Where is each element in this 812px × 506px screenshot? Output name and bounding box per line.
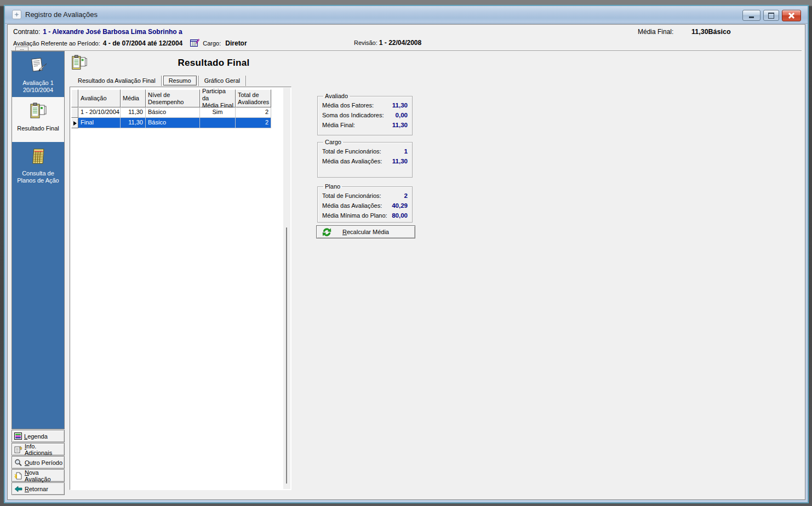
minimize-icon (749, 16, 754, 18)
resultado-final-clipboard-icon (70, 55, 89, 72)
sidebar-item-label: Consulta de (17, 170, 59, 177)
tab-separator (245, 76, 246, 86)
row-selector-cell[interactable] (71, 107, 78, 118)
sidebar-item-consulta-planos[interactable]: Consulta de Planos de Ação (12, 142, 64, 187)
table-row-cell[interactable]: 11,30 (121, 107, 146, 118)
grid-header-nivel[interactable]: Nível deDesempenho (146, 89, 200, 107)
retornar-button[interactable]: Retornar (12, 482, 65, 495)
revisao-line: Revisão: 1 - 22/04/2008 (354, 39, 421, 47)
sidebar-item-label2: 20/10/2004 (22, 87, 54, 94)
cargo-value: Diretor (225, 39, 247, 47)
calendar-edit-icon[interactable] (190, 39, 199, 47)
media-final-nivel: Básico (708, 28, 731, 36)
new-document-icon (14, 472, 22, 480)
tab-grafico-geral[interactable]: Gráfico Geral (199, 76, 245, 85)
stat-value: 11,30 (392, 156, 408, 166)
close-button[interactable] (782, 10, 801, 21)
stat-value: 11,30 (392, 100, 408, 110)
periodo-label: Avaliação Referente ao Período: (13, 40, 100, 47)
table-row-cell[interactable]: Sim (200, 107, 236, 118)
grid-header-media[interactable]: Média (121, 89, 146, 107)
table-row-cell[interactable] (200, 118, 236, 128)
vertical-scrollbar[interactable] (283, 88, 290, 489)
media-final-header: Média Final: 11,30 Básico (638, 28, 731, 36)
back-arrow-icon (14, 486, 22, 492)
app-window: Registro de Avaliações Contrato: 1 - Ale… (4, 5, 808, 503)
sidebar-item-resultado-final[interactable]: Resultado Final (12, 97, 64, 142)
grid-header-total[interactable]: Total deAvaliadores (236, 89, 271, 107)
table-row-cell[interactable]: 2 (236, 107, 271, 118)
results-panel: Avaliação Média Nível deDesempenho Parti… (70, 87, 291, 490)
table-row-cell[interactable]: Básico (146, 118, 200, 128)
desktop-background: Registro de Avaliações Contrato: 1 - Ale… (0, 0, 812, 506)
avaliacao-document-icon (28, 57, 48, 76)
table-row-cell[interactable]: Final (78, 118, 121, 128)
nova-avaliacao-button[interactable]: Nova Avaliação (12, 469, 65, 482)
stat-value: 80,00 (392, 211, 408, 220)
periodo-value: 4 - de 07/2004 até 12/2004 (103, 39, 182, 47)
minimize-button[interactable] (742, 10, 760, 21)
stat-label: Soma dos Indicadores: (322, 110, 384, 120)
stat-value: 40,29 (392, 201, 408, 211)
grid-header-participa[interactable]: Participa daMédia Final (200, 89, 236, 107)
avaliado-groupbox: Avaliado Média dos Fatores:11,30 Soma do… (317, 93, 413, 135)
page-title: Resultado Final (101, 58, 327, 69)
tab-separator (161, 76, 162, 86)
current-row-selector-cell[interactable] (71, 118, 78, 128)
plano-groupbox: Plano Total de Funcionários:2 Média das … (317, 183, 413, 223)
grid-header-avaliacao[interactable]: Avaliação (78, 89, 121, 107)
stat-label: Total de Funcionários: (322, 191, 381, 201)
grid-selector-header (71, 89, 78, 107)
sidebar-item-label: Avaliação 1 (22, 79, 54, 87)
media-final-value: 11,30 (691, 28, 708, 36)
tab-resultado-avaliacao-final[interactable]: Resultado da Avaliação Final (72, 76, 161, 85)
outro-periodo-button[interactable]: Outro Período (12, 456, 65, 469)
recalcular-media-button[interactable]: Recalcular Média (316, 225, 415, 238)
refresh-icon (322, 228, 331, 237)
groupbox-title: Plano (323, 183, 342, 190)
stat-value: 2 (404, 191, 408, 201)
stat-label: Média das Avaliações: (322, 156, 382, 166)
tab-bar: Resultado da Avaliação Final Resumo Gráf… (72, 75, 246, 87)
info-adicionais-button[interactable]: Info. Adicionais (12, 443, 65, 456)
sidebar-buttons: Legenda Info. Adicionais (12, 430, 65, 496)
navigation-sidebar: Avaliação 1 20/10/2004 (12, 51, 65, 429)
stat-label: Média Mínima do Plano: (322, 211, 387, 220)
table-row-cell[interactable]: Básico (146, 107, 200, 118)
stat-label: Média dos Fatores: (322, 100, 374, 110)
window-title: Registro de Avaliações (25, 10, 98, 19)
stat-label: Média Final: (322, 120, 355, 130)
search-period-icon (14, 459, 22, 467)
app-icon (12, 10, 21, 19)
table-row-cell[interactable]: 1 - 20/10/2004 (78, 107, 121, 118)
legend-icon (14, 433, 22, 440)
extra-info-document-icon (14, 446, 22, 453)
groupbox-title: Avaliado (323, 93, 350, 99)
maximize-button[interactable] (763, 10, 779, 21)
contrato-label: Contrato: (13, 28, 40, 36)
revisao-value: 1 - 22/04/2008 (379, 39, 421, 47)
table-row-cell[interactable]: 11,30 (121, 118, 146, 128)
sidebar-item-label2: Planos de Ação (17, 177, 59, 184)
results-grid: Avaliação Média Nível deDesempenho Parti… (71, 89, 271, 128)
tab-resumo[interactable]: Resumo (163, 76, 197, 86)
stat-value: 1 (404, 146, 408, 156)
sidebar-item-avaliacao-1[interactable]: Avaliação 1 20/10/2004 (12, 52, 64, 97)
periodo-line: Avaliação Referente ao Período: 4 - de 0… (13, 39, 247, 47)
maximize-icon (768, 13, 774, 19)
stat-label: Total de Funcionários: (322, 146, 381, 156)
header-separator (11, 50, 802, 52)
contrato-line: Contrato: 1 - Alexandre José Barbosa Lim… (13, 28, 182, 36)
scrollbar-thumb[interactable] (286, 228, 287, 484)
clipboard-report-icon (28, 103, 48, 121)
current-row-arrow-icon (73, 121, 77, 126)
cargo-label: Cargo: (203, 40, 221, 47)
title-bar[interactable]: Registro de Avaliações (5, 6, 808, 24)
stat-label: Média das Avaliações: (322, 201, 382, 211)
revisao-label: Revisão: (354, 39, 378, 46)
media-final-label: Média Final: (638, 28, 691, 36)
table-row-cell[interactable]: 2 (236, 118, 271, 128)
legenda-button[interactable]: Legenda (12, 430, 65, 442)
sidebar-item-label: Resultado Final (17, 125, 59, 132)
client-area: Contrato: 1 - Alexandre José Barbosa Lim… (7, 24, 805, 500)
